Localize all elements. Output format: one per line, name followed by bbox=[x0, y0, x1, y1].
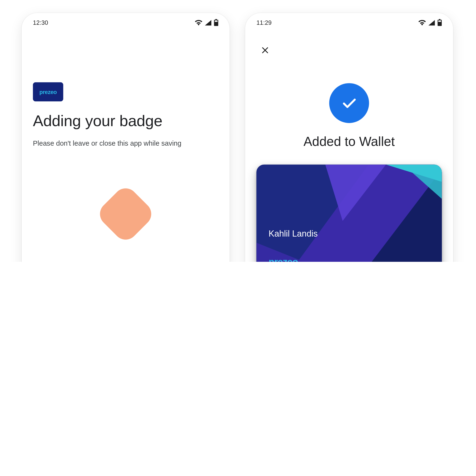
card-holder-name: Kahlil Landis bbox=[269, 229, 318, 239]
check-icon bbox=[339, 93, 359, 113]
card-brand-label: prezeo bbox=[269, 256, 298, 262]
brand-chip-label: prezeo bbox=[39, 88, 57, 95]
battery-icon bbox=[438, 19, 442, 26]
page-title: Added to Wallet bbox=[256, 134, 442, 149]
battery-icon bbox=[214, 19, 218, 26]
phone-screen-adding-badge: 12:30 prezeo Adding your badge Please do… bbox=[22, 13, 230, 262]
close-icon bbox=[261, 46, 270, 54]
status-bar: 11:29 bbox=[245, 13, 453, 32]
status-time: 11:29 bbox=[256, 19, 272, 26]
brand-chip: prezeo bbox=[33, 82, 63, 102]
cellular-icon bbox=[428, 20, 435, 25]
status-time: 12:30 bbox=[33, 19, 48, 26]
wifi-icon bbox=[195, 20, 202, 25]
close-button[interactable] bbox=[256, 42, 274, 59]
status-icons bbox=[195, 19, 218, 26]
success-indicator bbox=[329, 83, 369, 123]
cellular-icon bbox=[205, 20, 211, 25]
loading-indicator bbox=[95, 183, 156, 244]
status-bar: 12:30 bbox=[22, 13, 230, 32]
page-title: Adding your badge bbox=[33, 112, 218, 130]
svg-rect-1 bbox=[215, 20, 218, 22]
svg-rect-2 bbox=[438, 20, 441, 22]
status-icons bbox=[418, 19, 442, 26]
card-background bbox=[256, 165, 442, 262]
phone-screen-added-to-wallet: 11:29 bbox=[245, 13, 453, 262]
wallet-card[interactable]: Kahlil Landis prezeo bbox=[256, 165, 442, 262]
wifi-icon bbox=[418, 20, 426, 25]
page-subtitle: Please don't leave or close this app whi… bbox=[33, 139, 218, 147]
